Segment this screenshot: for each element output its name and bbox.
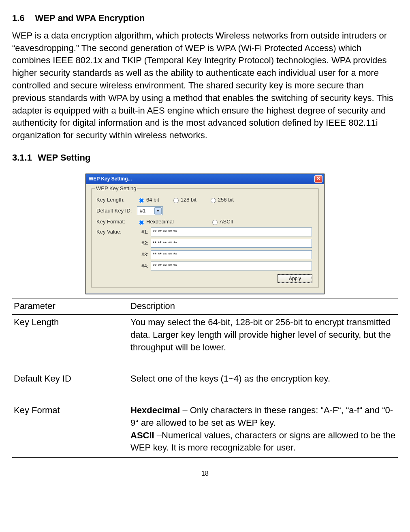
radio-256bit[interactable]: 256 bit xyxy=(209,196,234,204)
header-parameter: Parameter xyxy=(12,298,129,315)
cell-keyformat-param: Key Format xyxy=(12,403,129,458)
key-row-1: #1: ** ** ** ** ** xyxy=(134,227,312,236)
page-number: 18 xyxy=(12,469,398,478)
key-input-1[interactable]: ** ** ** ** ** xyxy=(151,227,312,236)
subsection-title: WEP Setting xyxy=(38,152,90,163)
radio-hex[interactable]: Hexdecimal xyxy=(137,218,174,225)
groupbox-legend: WEP Key Setting xyxy=(95,185,137,192)
table-header: Parameter Description xyxy=(12,298,398,315)
key-idx-4: #4: xyxy=(134,263,151,270)
radio-hex-input[interactable] xyxy=(139,220,144,225)
section-heading: 1.6WEP and WPA Encryption xyxy=(12,12,398,25)
key-input-3[interactable]: ** ** ** ** ** xyxy=(151,250,312,259)
default-key-select[interactable]: #1 ▼ xyxy=(137,206,163,215)
radio-128bit[interactable]: 128 bit xyxy=(171,196,196,204)
row-default-key: Default Key ID: #1 ▼ xyxy=(96,206,312,215)
chevron-down-icon[interactable]: ▼ xyxy=(154,207,162,215)
subsection-heading: 3.1.1WEP Setting xyxy=(12,152,398,164)
key-row-3: #3: ** ** ** ** ** xyxy=(134,250,312,259)
label-default-key: Default Key ID: xyxy=(96,207,137,215)
cell-keylength-param: Key Length xyxy=(12,315,129,356)
dialog-screenshot: WEP Key Setting... ✕ WEP Key Setting Key… xyxy=(12,174,398,294)
cell-defaultkey-desc: Select one of the keys (1~4) as the encr… xyxy=(129,371,398,387)
section-title: WEP and WPA Encryption xyxy=(35,13,145,23)
select-value: #1 xyxy=(140,207,145,215)
section-body: WEP is a data encryption algorithm, whic… xyxy=(12,30,398,142)
titlebar: WEP Key Setting... ✕ xyxy=(86,174,324,184)
key-row-2: #2: ** ** ** ** ** xyxy=(134,239,312,248)
label-key-length: Key Length: xyxy=(96,196,137,204)
key-idx-2: #2: xyxy=(134,240,151,247)
section-number: 1.6 xyxy=(12,13,25,23)
table-row-spacer xyxy=(12,387,398,403)
wep-groupbox: WEP Key Setting Key Length: 64 bit 128 b… xyxy=(91,188,319,288)
table-row: Default Key ID Select one of the keys (1… xyxy=(12,371,398,387)
radio-128bit-input[interactable] xyxy=(173,198,179,203)
dialog-body: WEP Key Setting Key Length: 64 bit 128 b… xyxy=(86,184,324,294)
radio-64bit-input[interactable] xyxy=(139,198,144,203)
radio-64bit[interactable]: 64 bit xyxy=(137,196,159,204)
cell-keyformat-desc: Hexdecimal – Only characters in these ra… xyxy=(129,403,398,458)
subsection-number: 3.1.1 xyxy=(12,152,32,163)
row-key-format: Key Format: Hexdecimal ASCII xyxy=(96,218,312,225)
header-description: Description xyxy=(129,298,398,315)
key-row-4: #4: ** ** ** ** ** xyxy=(134,262,312,270)
radio-256bit-input[interactable] xyxy=(211,198,216,203)
key-input-2[interactable]: ** ** ** ** ** xyxy=(151,239,312,248)
keyformat-ascii-text: –Numerical values, characters or signs a… xyxy=(130,430,395,453)
table-row: Key Format Hexdecimal – Only characters … xyxy=(12,403,398,458)
close-icon[interactable]: ✕ xyxy=(314,175,322,183)
table-row: Key Length You may select the 64-bit, 12… xyxy=(12,315,398,356)
table-row-spacer xyxy=(12,356,398,371)
apply-row: Apply xyxy=(96,275,312,283)
key-input-4[interactable]: ** ** ** ** ** xyxy=(151,262,312,270)
key-idx-3: #3: xyxy=(134,251,151,258)
radio-ascii-input[interactable] xyxy=(212,220,218,225)
radio-ascii[interactable]: ASCII xyxy=(210,218,233,225)
cell-defaultkey-param: Default Key ID xyxy=(12,371,129,387)
label-key-value: Key Value: xyxy=(96,228,137,236)
keyformat-hex-bold: Hexdecimal xyxy=(130,405,180,415)
label-key-format: Key Format: xyxy=(96,218,137,225)
wep-dialog: WEP Key Setting... ✕ WEP Key Setting Key… xyxy=(86,174,324,294)
cell-keylength-desc: You may select the 64-bit, 128-bit or 25… xyxy=(129,315,398,356)
dialog-title: WEP Key Setting... xyxy=(89,176,132,182)
row-key-length: Key Length: 64 bit 128 bit 256 bit xyxy=(96,196,312,204)
parameter-table: Parameter Description Key Length You may… xyxy=(12,298,398,458)
apply-button[interactable]: Apply xyxy=(278,275,312,283)
keyformat-ascii-bold: ASCII xyxy=(130,430,154,440)
key-idx-1: #1: xyxy=(134,229,151,236)
